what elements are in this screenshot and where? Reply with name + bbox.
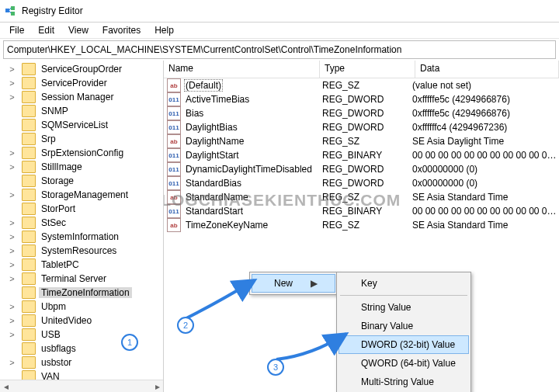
folder-icon xyxy=(22,245,36,257)
tree-item-label: UnitedVideo xyxy=(39,315,94,326)
tree-item-tabletpc[interactable]: >TabletPC xyxy=(0,258,163,272)
string-value-icon: ab xyxy=(167,190,181,204)
string-value-icon: ab xyxy=(167,134,181,148)
scroll-left-icon[interactable]: ◂ xyxy=(0,380,12,392)
context-submenu-new[interactable]: KeyString ValueBinary ValueDWORD (32-bit… xyxy=(336,272,471,392)
menu-help[interactable]: Help xyxy=(148,23,180,37)
svg-rect-2 xyxy=(11,12,15,16)
value-list: Name Type Data ab(Default)REG_SZ(value n… xyxy=(164,61,559,392)
tree-item-srp[interactable]: Srp xyxy=(0,132,163,146)
value-row[interactable]: 011ActiveTimeBiasREG_DWORD0xfffffe5c (42… xyxy=(164,92,559,106)
expand-icon[interactable]: > xyxy=(8,92,16,102)
tree-item-systemresources[interactable]: >SystemResources xyxy=(0,244,163,258)
tree-item-label: ServiceProvider xyxy=(39,78,109,88)
address-input[interactable] xyxy=(4,43,555,57)
tree-item-session-manager[interactable]: >Session Manager xyxy=(0,90,163,104)
tree-item-label: TimeZoneInformation xyxy=(39,287,132,298)
menu-item-key[interactable]: Key xyxy=(339,274,469,293)
folder-icon xyxy=(22,147,36,159)
tree-item-usbflags[interactable]: usbflags xyxy=(0,342,163,356)
tree-item-sqmservicelist[interactable]: SQMServiceList xyxy=(0,118,163,132)
context-menu-new[interactable]: New ▶ xyxy=(249,272,338,295)
menu-edit[interactable]: Edit xyxy=(32,23,61,37)
column-data[interactable]: Data xyxy=(415,61,559,78)
tree-item-label: StorageManagement xyxy=(39,189,130,200)
value-row[interactable]: abStandardNameREG_SZSE Asia Standard Tim… xyxy=(164,190,559,204)
value-row[interactable]: ab(Default)REG_SZ(value not set) xyxy=(164,78,559,92)
expand-icon[interactable]: > xyxy=(8,358,16,367)
tree-item-stillimage[interactable]: >StillImage xyxy=(0,160,163,174)
column-name[interactable]: Name xyxy=(164,61,320,78)
expand-icon[interactable]: > xyxy=(8,190,16,199)
value-row[interactable]: 011DynamicDaylightTimeDisabledREG_DWORD0… xyxy=(164,162,559,176)
expand-icon[interactable]: > xyxy=(8,232,16,241)
menu-item-binary-value[interactable]: Binary Value xyxy=(339,317,469,335)
value-name: DaylightStart xyxy=(184,150,241,161)
address-bar[interactable] xyxy=(3,40,556,59)
expand-icon[interactable]: > xyxy=(8,148,16,158)
tree-horizontal-scrollbar[interactable]: ◂ ▸ xyxy=(0,380,163,392)
registry-tree[interactable]: >ServiceGroupOrder>ServiceProvider>Sessi… xyxy=(0,61,164,392)
value-data: SE Asia Standard Time xyxy=(408,192,559,203)
expand-icon[interactable]: > xyxy=(8,274,16,283)
menu-item-qword-64-bit-value[interactable]: QWORD (64-bit) Value xyxy=(339,354,469,373)
value-row[interactable]: abTimeZoneKeyNameREG_SZSE Asia Standard … xyxy=(164,218,559,232)
svg-line-3 xyxy=(9,8,11,10)
binary-value-icon: 011 xyxy=(167,106,181,120)
menu-file[interactable]: File xyxy=(3,23,30,37)
folder-icon xyxy=(22,119,36,131)
value-data: SE Asia Standard Time xyxy=(408,220,559,231)
tree-item-label: Terminal Server xyxy=(39,273,109,284)
menu-item-string-value[interactable]: String Value xyxy=(339,298,469,317)
tree-item-label: Ubpm xyxy=(39,301,68,312)
tree-item-usbstor[interactable]: >usbstor xyxy=(0,356,163,369)
value-row[interactable]: 011StandardStartREG_BINARY00 00 00 00 00… xyxy=(164,204,559,218)
tree-item-systeminformation[interactable]: >SystemInformation xyxy=(0,230,163,244)
tree-item-serviceprovider[interactable]: >ServiceProvider xyxy=(0,76,163,90)
title-bar: Registry Editor xyxy=(0,0,559,23)
scroll-right-icon[interactable]: ▸ xyxy=(151,380,163,392)
value-row[interactable]: 011DaylightBiasREG_DWORD0xffffffc4 (4294… xyxy=(164,120,559,134)
svg-rect-1 xyxy=(11,6,15,10)
expand-icon[interactable]: > xyxy=(8,330,16,339)
tree-item-srpextensionconfig[interactable]: >SrpExtensionConfig xyxy=(0,146,163,160)
tree-item-stsec[interactable]: >StSec xyxy=(0,216,163,230)
binary-value-icon: 011 xyxy=(167,162,181,176)
regedit-icon xyxy=(5,5,17,17)
tree-item-storagemanagement[interactable]: >StorageManagement xyxy=(0,188,163,202)
value-data: 0x00000000 (0) xyxy=(408,178,559,189)
expand-icon[interactable]: > xyxy=(8,162,16,172)
tree-item-terminal-server[interactable]: >Terminal Server xyxy=(0,272,163,286)
value-name: DaylightName xyxy=(184,136,245,147)
menu-item-new[interactable]: New ▶ xyxy=(252,274,335,293)
expand-icon[interactable]: > xyxy=(8,316,16,325)
expand-icon[interactable]: > xyxy=(8,246,16,255)
value-row[interactable]: 011StandardBiasREG_DWORD0x00000000 (0) xyxy=(164,176,559,190)
tree-item-timezoneinformation[interactable]: TimeZoneInformation xyxy=(0,286,163,300)
tree-item-servicegrouporder[interactable]: >ServiceGroupOrder xyxy=(0,62,163,76)
tree-item-storage[interactable]: Storage xyxy=(0,174,163,188)
value-row[interactable]: abDaylightNameREG_SZSE Asia Daylight Tim… xyxy=(164,134,559,148)
tree-item-storport[interactable]: StorPort xyxy=(0,202,163,216)
menu-favorites[interactable]: Favorites xyxy=(96,23,147,37)
tree-item-ubpm[interactable]: >Ubpm xyxy=(0,300,163,314)
expand-icon[interactable]: > xyxy=(8,78,16,88)
expand-icon[interactable]: > xyxy=(8,302,16,311)
tree-item-label: SNMP xyxy=(39,106,71,116)
value-row[interactable]: 011DaylightStartREG_BINARY00 00 00 00 00… xyxy=(164,148,559,162)
menu-item-dword-32-bit-value[interactable]: DWORD (32-bit) Value xyxy=(339,335,469,354)
value-type: REG_DWORD xyxy=(318,164,408,175)
folder-icon xyxy=(22,272,36,285)
menu-view[interactable]: View xyxy=(62,23,95,37)
column-type[interactable]: Type xyxy=(320,61,415,78)
expand-icon[interactable]: > xyxy=(8,260,16,269)
tree-item-usb[interactable]: >USB xyxy=(0,328,163,342)
menu-item-multi-string-value[interactable]: Multi-String Value xyxy=(339,373,469,391)
expand-icon[interactable]: > xyxy=(8,64,16,74)
value-name: StandardName xyxy=(184,192,250,203)
tree-item-unitedvideo[interactable]: >UnitedVideo xyxy=(0,314,163,328)
tree-item-label: TabletPC xyxy=(39,259,82,270)
value-row[interactable]: 011BiasREG_DWORD0xfffffe5c (4294966876) xyxy=(164,106,559,120)
tree-item-snmp[interactable]: SNMP xyxy=(0,104,163,118)
expand-icon[interactable]: > xyxy=(8,218,16,227)
